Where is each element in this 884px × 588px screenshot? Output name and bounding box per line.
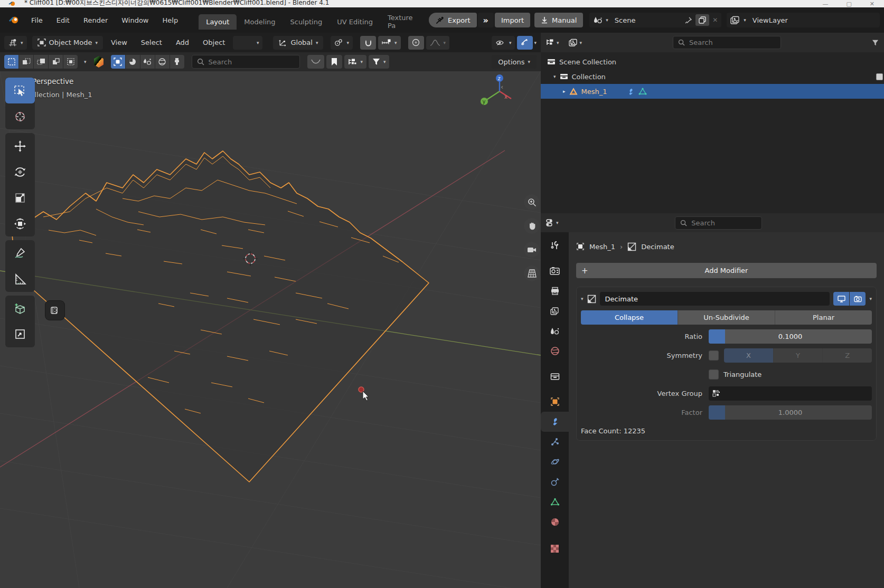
import-chevrons-icon[interactable]: »: [478, 13, 494, 27]
collections-visibility-dropdown[interactable]: ▾: [344, 55, 366, 69]
import-button[interactable]: Import: [495, 13, 530, 27]
outliner-editor-type-button[interactable]: ▾: [546, 39, 559, 46]
menu-help[interactable]: Help: [156, 13, 185, 27]
properties-editor-type-button[interactable]: ▾: [546, 219, 559, 227]
export-button[interactable]: Export: [429, 13, 477, 27]
tool-search-input[interactable]: Search: [192, 55, 300, 69]
add-modifier-button[interactable]: + Add Modifier: [576, 263, 877, 278]
tab-modeling[interactable]: Modeling: [237, 14, 283, 30]
tool-select-box[interactable]: [5, 78, 35, 103]
shading-preview-button[interactable]: [140, 55, 155, 69]
os-title-bar[interactable]: * Cliff001 [D:₩00지브스킨스디자이너강의₩0615₩Cliff0…: [0, 0, 884, 7]
view-layer-selector[interactable]: ▾ ViewLayer: [727, 13, 880, 27]
pin-icon[interactable]: [684, 16, 692, 24]
tab-particles[interactable]: [541, 432, 569, 452]
tab-tool[interactable]: [541, 235, 569, 255]
pan-hand-button[interactable]: [524, 218, 540, 234]
shading-material-button[interactable]: [126, 55, 140, 69]
tool-move[interactable]: [5, 133, 35, 159]
tab-object[interactable]: [541, 392, 569, 412]
select-mode-invert[interactable]: [49, 55, 63, 69]
funnel-icon[interactable]: [872, 40, 879, 46]
tool-annotate[interactable]: [5, 240, 35, 266]
chevron-down-icon[interactable]: ▾: [84, 59, 87, 64]
tool-measure[interactable]: [5, 266, 35, 292]
zoom-button[interactable]: [524, 194, 540, 210]
snap-toggle[interactable]: [360, 36, 376, 50]
options-dropdown[interactable]: Options ▾: [492, 55, 537, 69]
tab-texture-paint[interactable]: Texture Pa: [380, 10, 429, 33]
decimate-panel-header[interactable]: ▾ Decimate ▾: [581, 290, 872, 307]
collection-exclude-checkbox[interactable]: [876, 73, 883, 80]
minimize-icon[interactable]: —: [822, 1, 828, 7]
terrain-mesh[interactable]: [12, 151, 429, 482]
tab-physics[interactable]: [541, 452, 569, 472]
tab-texture[interactable]: [541, 538, 569, 558]
tab-sculpting[interactable]: Sculpting: [283, 14, 330, 30]
tab-collection-props[interactable]: [541, 366, 569, 386]
proportional-editing-toggle[interactable]: [408, 36, 424, 50]
tool-options-dropdown[interactable]: ▾: [233, 36, 262, 50]
viewport-floating-button[interactable]: [45, 301, 64, 320]
axis-z-button[interactable]: Z: [823, 348, 872, 363]
select-mode-subtract[interactable]: [34, 55, 48, 69]
breadcrumb-object[interactable]: Mesh_1: [589, 243, 615, 251]
filter-dropdown[interactable]: ▾: [369, 55, 390, 69]
menu-add[interactable]: Add: [170, 36, 195, 49]
menu-select[interactable]: Select: [135, 36, 168, 49]
tool-add-cube[interactable]: [5, 296, 35, 321]
snap-target-dropdown[interactable]: ▾: [378, 36, 401, 50]
tool-cursor[interactable]: [5, 103, 35, 129]
tab-modifiers[interactable]: [541, 412, 569, 432]
menu-view[interactable]: View: [105, 36, 133, 49]
shading-solid-button[interactable]: [111, 55, 125, 69]
tab-constraints[interactable]: [541, 472, 569, 492]
tab-uv-editing[interactable]: UV Editing: [330, 14, 380, 30]
matcap-sphere-icon[interactable]: [93, 55, 105, 68]
tool-scale[interactable]: [5, 185, 35, 211]
select-mode-new[interactable]: [4, 55, 18, 69]
menu-file[interactable]: File: [24, 13, 50, 27]
factor-slider[interactable]: 1.0000: [709, 405, 872, 420]
menu-edit[interactable]: Edit: [50, 13, 77, 27]
new-scene-button[interactable]: [695, 14, 709, 26]
tool-rotate[interactable]: [5, 159, 35, 185]
tab-collapse[interactable]: Collapse: [581, 310, 678, 325]
viewport-3d[interactable]: y z x User Perspective (1) Collection | …: [0, 71, 541, 588]
editor-type-button[interactable]: ▾: [4, 36, 27, 50]
chevron-down-icon[interactable]: ▾: [553, 74, 556, 79]
tool-extrude[interactable]: [5, 321, 35, 347]
gizmo-toggle[interactable]: [517, 36, 533, 50]
axis-x-button[interactable]: X: [724, 348, 774, 363]
tab-world[interactable]: [541, 341, 569, 361]
axis-y-button[interactable]: Y: [774, 348, 823, 363]
tab-render[interactable]: [541, 261, 569, 281]
symmetry-checkbox[interactable]: [709, 350, 719, 361]
tab-planar[interactable]: Planar: [775, 310, 872, 325]
chevron-right-icon[interactable]: ▸: [563, 89, 566, 94]
tool-transform[interactable]: [5, 211, 35, 236]
outliner-row-scene-collection[interactable]: Scene Collection: [541, 54, 884, 69]
texture-paint-button[interactable]: [170, 55, 184, 69]
falloff-dropdown[interactable]: ▾: [426, 36, 450, 50]
ratio-slider[interactable]: 0.1000: [709, 329, 872, 344]
region-collapse-arrow[interactable]: ‹: [501, 83, 503, 91]
curve-falloff-button[interactable]: [307, 55, 324, 69]
orthographic-toggle-button[interactable]: [524, 265, 540, 281]
modifier-name-field[interactable]: Decimate: [600, 292, 830, 306]
pivot-dropdown[interactable]: ▾: [331, 36, 353, 50]
outliner-display-mode-button[interactable]: ▾: [569, 39, 582, 46]
tab-layout[interactable]: Layout: [199, 14, 237, 30]
orientation-dropdown[interactable]: Global ▾: [273, 36, 323, 50]
outliner-row-collection[interactable]: ▾ Collection: [541, 69, 884, 84]
vertex-group-field[interactable]: [709, 386, 872, 401]
maximize-icon[interactable]: ▢: [846, 1, 851, 7]
menu-window[interactable]: Window: [115, 13, 155, 27]
outliner-search-input[interactable]: Search: [673, 36, 781, 49]
scene-selector[interactable]: ▾ Scene ✕: [589, 13, 721, 27]
camera-view-button[interactable]: [524, 242, 540, 258]
show-overlays-dropdown[interactable]: ▾: [492, 36, 515, 50]
tab-object-data[interactable]: [541, 492, 569, 512]
blender-menu-icon[interactable]: [8, 15, 20, 25]
tab-output[interactable]: [541, 281, 569, 301]
